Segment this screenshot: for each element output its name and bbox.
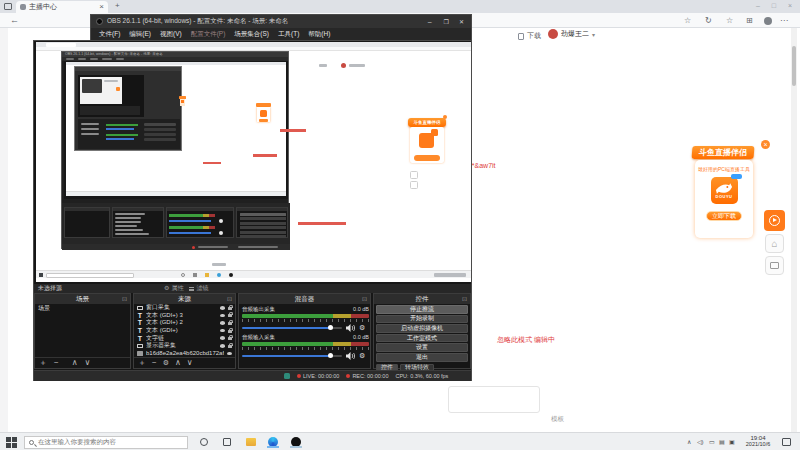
volume-slider[interactable] [242, 355, 342, 357]
lock-icon[interactable] [228, 322, 232, 325]
stop-streaming-button[interactable]: 停止推流 [376, 305, 468, 314]
obs-close-icon[interactable]: ✕ [459, 18, 464, 25]
browser-close-icon[interactable]: × [788, 2, 792, 9]
menu-help[interactable]: 帮助(H) [308, 30, 330, 39]
exit-button[interactable]: 退出 [376, 353, 468, 362]
taskbar-clock[interactable]: 19:04 2021/10/6 [741, 435, 775, 447]
ime-icon[interactable]: ▣ [729, 438, 735, 445]
profile-avatar-icon[interactable] [764, 17, 772, 25]
source-up-icon[interactable]: ∧ [175, 359, 181, 367]
back-icon[interactable]: ← [10, 15, 19, 25]
star-icon[interactable]: ☆ [726, 16, 733, 25]
start-virtual-camera-button[interactable]: 启动虚拟摄像机 [376, 324, 468, 333]
properties-button[interactable]: ⚙ 属性 [164, 284, 183, 293]
promo-close-icon[interactable]: × [761, 140, 770, 149]
volume-icon[interactable]: ◁) [697, 438, 704, 445]
promo-card-body: 最好用的PC端直播工具 DOUYU 立即下载 [695, 160, 753, 238]
more-menu-icon[interactable]: ⋯ [780, 16, 788, 25]
start-recording-button[interactable]: 开始录制 [376, 315, 468, 324]
l2-canvas [66, 62, 286, 196]
menu-file[interactable]: 文件(F) [99, 30, 120, 39]
menu-edit[interactable]: 编辑(E) [129, 30, 151, 39]
obs-preview-canvas[interactable]: OBS 26.1.1 (64-bit, windows) - 配置文件: 未命名… [36, 42, 471, 282]
scenes-dock: 场景⊡ 场景 ＋ − ∧ ∨ [34, 293, 131, 369]
scene-down-icon[interactable]: ∨ [85, 359, 91, 367]
source-down-icon[interactable]: ∨ [187, 359, 193, 367]
scene-list-item[interactable]: 场景 [35, 304, 130, 313]
lock-icon[interactable] [228, 330, 232, 333]
browser-maximize-icon[interactable]: □ [772, 2, 776, 9]
source-properties-icon[interactable]: ⚙ [163, 359, 169, 367]
speaker-icon[interactable] [346, 352, 355, 360]
remove-source-icon[interactable]: − [152, 359, 157, 367]
visibility-eye-icon[interactable] [220, 329, 225, 333]
chat-icon[interactable]: ▭ [709, 438, 715, 445]
visibility-eye-icon[interactable] [220, 321, 225, 325]
scrollbar-thumb[interactable] [792, 46, 796, 86]
page-download[interactable]: 下载 [518, 31, 541, 41]
promo-subtitle: 最好用的PC端直播工具 [695, 166, 753, 172]
keyboard-icon[interactable]: ▤ [719, 438, 725, 445]
lock-icon[interactable] [228, 345, 232, 348]
visibility-eye-icon[interactable] [220, 344, 225, 348]
lock-icon[interactable] [228, 307, 232, 310]
obs-title-bar[interactable]: OBS 26.1.1 (64-bit, windows) - 配置文件: 未命名… [90, 14, 472, 28]
float-live-button[interactable] [764, 210, 785, 231]
promo-download-button[interactable]: 立即下载 [706, 211, 742, 221]
notification-center-icon[interactable] [782, 438, 791, 446]
mixer-dock-header[interactable]: 混音器⊡ [239, 294, 370, 304]
gear-icon[interactable]: ⚙ [359, 352, 365, 359]
lock-icon[interactable] [228, 314, 232, 317]
scenes-dock-header[interactable]: 场景⊡ [35, 294, 130, 304]
speaker-icon[interactable] [346, 324, 355, 332]
visibility-eye-icon[interactable] [220, 306, 225, 310]
controls-dock-header[interactable]: 控件⊡ [374, 294, 470, 304]
gear-icon[interactable]: ⚙ [359, 324, 365, 331]
add-source-icon[interactable]: ＋ [138, 359, 146, 367]
slider-handle[interactable] [328, 325, 333, 330]
menu-scene-collection[interactable]: 场景集合(S) [234, 30, 269, 39]
template-thumb[interactable] [448, 386, 540, 413]
settings-button[interactable]: 设置 [376, 343, 468, 352]
float-capture-button[interactable] [765, 256, 784, 275]
file-explorer-icon[interactable] [245, 436, 257, 448]
slider-handle[interactable] [328, 353, 333, 358]
task-view-icon[interactable] [221, 436, 233, 448]
filters-button[interactable]: 滤镜 [189, 284, 208, 293]
page-scrollbar[interactable] [791, 28, 797, 432]
start-button[interactable] [5, 436, 17, 448]
refresh-collection-icon[interactable]: ↻ [705, 16, 712, 25]
new-tab-button[interactable]: + [115, 1, 120, 11]
visibility-eye-icon[interactable] [220, 336, 225, 340]
remove-scene-icon[interactable]: − [54, 359, 59, 367]
sources-dock-header[interactable]: 来源⊡ [134, 294, 235, 304]
menu-profile[interactable]: 配置文件(P) [191, 30, 226, 39]
obs-minimize-icon[interactable]: – [428, 18, 432, 25]
studio-mode-button[interactable]: 工作室模式 [376, 334, 468, 343]
extensions-icon[interactable]: ⊞ [746, 16, 753, 25]
visibility-eye-icon[interactable] [220, 314, 225, 318]
l1-red-note-b [253, 154, 277, 157]
add-scene-icon[interactable]: ＋ [39, 359, 47, 367]
cortana-icon[interactable] [198, 436, 210, 448]
menu-view[interactable]: 视图(V) [160, 30, 182, 39]
tray-expand-icon[interactable]: ∧ [687, 438, 691, 445]
user-menu[interactable]: 劲爆王二 ▾ [548, 29, 595, 39]
visibility-eye-icon[interactable] [227, 352, 232, 356]
obs-maximize-icon[interactable]: ❐ [444, 18, 449, 25]
favorites-icon[interactable]: ☆ [684, 16, 691, 25]
lock-icon[interactable] [228, 337, 232, 340]
obs-app-icon [96, 18, 103, 25]
edge-browser-icon[interactable] [267, 436, 279, 448]
menu-tools[interactable]: 工具(T) [278, 30, 299, 39]
tab-search-icon[interactable] [4, 3, 12, 10]
float-home-button[interactable]: ⌂ [765, 234, 784, 253]
tab-close-icon[interactable]: × [99, 2, 104, 12]
browser-minimize-icon[interactable]: – [756, 2, 760, 9]
obs-taskbar-icon[interactable] [290, 436, 302, 448]
scene-up-icon[interactable]: ∧ [72, 359, 78, 367]
browser-tab[interactable]: 主播中心 × [16, 1, 108, 13]
volume-slider[interactable] [242, 327, 342, 329]
taskbar-search-box[interactable]: 在这里输入你要搜索的内容 [24, 436, 188, 449]
source-row[interactable]: 显示器采集 [134, 342, 235, 350]
